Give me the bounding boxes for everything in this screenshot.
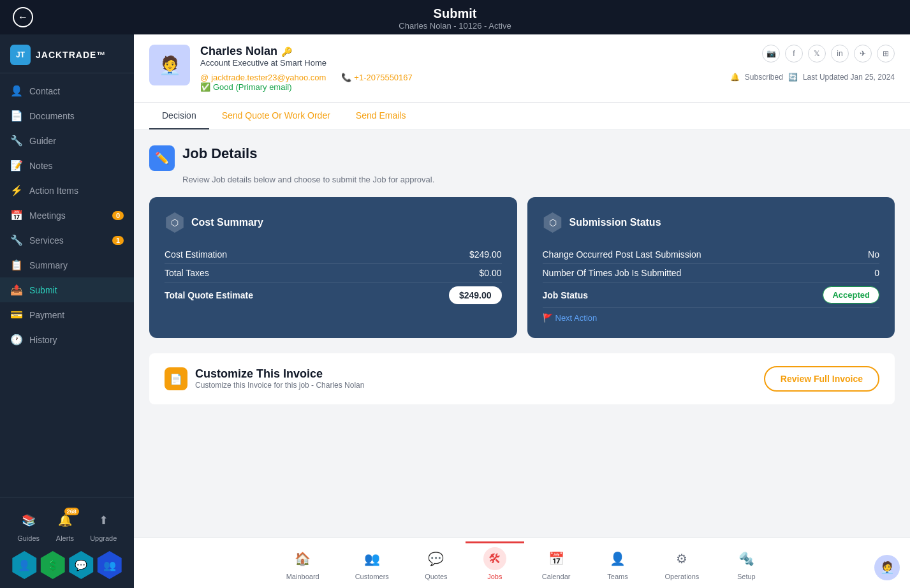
sidebar-label-payment: Payment <box>29 310 64 320</box>
guides-icon: 📚 <box>17 509 40 532</box>
nav-calendar[interactable]: 📅 Calendar <box>524 541 589 584</box>
nav-teams[interactable]: 👤 Teams <box>589 541 647 584</box>
sidebar-item-guider[interactable]: 🔧 Guider <box>0 128 134 153</box>
upgrade-button[interactable]: ⬆ Upgrade <box>90 509 117 542</box>
alerts-badge: 268 <box>64 508 79 515</box>
total-taxes-row: Total Taxes $0.00 <box>165 264 502 283</box>
total-taxes-value: $0.00 <box>479 268 501 278</box>
invoice-section: 📄 Customize This Invoice Customize this … <box>149 353 895 404</box>
meetings-icon: 📅 <box>10 209 23 221</box>
job-details-header: ✏️ Job Details <box>149 145 895 171</box>
guides-button[interactable]: 📚 Guides <box>17 509 40 542</box>
flag-icon: 🚩 <box>543 313 553 323</box>
user-avatar[interactable]: 🧑‍💼 <box>874 555 900 580</box>
contact-icon: 👤 <box>10 85 23 97</box>
job-status-row: Job Status Accepted <box>543 283 880 308</box>
setup-icon: 🔩 <box>735 547 758 570</box>
summary-icon: 📋 <box>10 259 23 271</box>
contact-email[interactable]: @ jacktrade.tester23@yahoo.com <box>200 73 326 82</box>
content-area: 🧑‍💼 Charles Nolan 🔑 Account Executive at… <box>134 34 910 588</box>
nav-customers[interactable]: 👥 Customers <box>337 541 407 584</box>
refresh-icon: 🔄 <box>788 73 798 82</box>
nav-quotes[interactable]: 💬 Quotes <box>407 541 466 584</box>
change-occurred-value: No <box>868 249 879 260</box>
review-invoice-button[interactable]: Review Full Invoice <box>764 366 879 392</box>
nav-mainboard[interactable]: 🏠 Mainboard <box>268 541 337 584</box>
change-occurred-row: Change Occurred Post Last Submission No <box>543 246 880 264</box>
meetings-badge: 0 <box>112 211 124 220</box>
sidebar-item-documents[interactable]: 📄 Documents <box>0 103 134 128</box>
sidebar-item-submit[interactable]: 📤 Submit <box>0 277 134 302</box>
sidebar-item-summary[interactable]: 📋 Summary <box>0 253 134 277</box>
hex-btn-group[interactable]: 👥 <box>96 551 124 579</box>
sidebar-item-contact[interactable]: 👤 Contact <box>0 78 134 103</box>
hex-btn-chat[interactable]: 💬 <box>67 551 95 579</box>
contact-avatar: 🧑‍💼 <box>149 45 190 85</box>
sidebar-item-payment[interactable]: 💳 Payment <box>0 302 134 327</box>
linkedin-icon[interactable]: in <box>831 45 849 62</box>
tab-decision[interactable]: Decision <box>149 103 209 129</box>
contact-info: 🧑‍💼 Charles Nolan 🔑 Account Executive at… <box>149 45 413 92</box>
payment-icon: 💳 <box>10 309 23 321</box>
nav-jobs[interactable]: 🛠 Jobs <box>466 541 524 584</box>
sidebar-label-meetings: Meetings <box>29 210 66 221</box>
logo-icon: JT <box>10 45 31 65</box>
contact-meta-right: 📷 f 𝕏 in ✈ ⊞ 🔔 Subscribed 🔄 Last Updated… <box>730 45 895 82</box>
total-taxes-label: Total Taxes <box>165 268 209 278</box>
hex-btn-person[interactable]: 👤 <box>10 551 38 579</box>
brand-name: JACKTRADE™ <box>36 50 106 60</box>
notes-icon: 📝 <box>10 159 23 172</box>
services-badge: 1 <box>112 236 124 245</box>
cost-summary-icon: ⬡ <box>165 212 185 233</box>
instagram-icon[interactable]: 📷 <box>762 45 780 62</box>
job-details-title: Job Details <box>182 145 257 162</box>
contact-role: Account Executive at Smart Home <box>200 58 413 68</box>
grid-icon[interactable]: ⊞ <box>877 45 895 62</box>
history-icon: 🕐 <box>10 334 23 346</box>
contact-phone[interactable]: 📞 +1-2075550167 <box>341 73 412 82</box>
sidebar-label-contact: Contact <box>29 86 60 96</box>
sidebar-item-action-items[interactable]: ⚡ Action Items <box>0 178 134 203</box>
action-items-icon: ⚡ <box>10 184 23 196</box>
nav-setup[interactable]: 🔩 Setup <box>717 541 775 584</box>
sidebar-label-submit: Submit <box>29 285 57 295</box>
sidebar-label-notes: Notes <box>29 161 53 171</box>
times-submitted-label: Number Of Times Job Is Submitted <box>543 268 682 278</box>
cost-estimation-value: $249.00 <box>469 249 502 260</box>
sidebar-item-notes[interactable]: 📝 Notes <box>0 153 134 178</box>
back-button[interactable]: ← <box>13 7 33 27</box>
facebook-icon[interactable]: f <box>785 45 803 62</box>
twitter-icon[interactable]: 𝕏 <box>808 45 826 62</box>
sidebar-item-services[interactable]: 🔧 Services 1 <box>0 228 134 253</box>
hex-btn-dollar[interactable]: 💲 <box>39 551 67 579</box>
documents-icon: 📄 <box>10 110 23 122</box>
total-quote-value: $249.00 <box>449 286 502 304</box>
jobs-icon: 🛠 <box>483 547 506 570</box>
cards-row: ⬡ Cost Summary Cost Estimation $249.00 T… <box>149 197 895 338</box>
contact-contacts: @ jacktrade.tester23@yahoo.com 📞 +1-2075… <box>200 73 413 82</box>
contact-name: Charles Nolan 🔑 <box>200 45 413 58</box>
next-action-button[interactable]: 🚩 Next Action <box>543 313 880 323</box>
sidebar-nav: 👤 Contact 📄 Documents 🔧 Guider 📝 Notes ⚡ <box>0 73 134 497</box>
cost-summary-header: ⬡ Cost Summary <box>165 212 502 233</box>
sidebar-bottom-icons: 📚 Guides 🔔 268 Alerts ⬆ Upgrade <box>0 504 134 547</box>
job-details-subtitle: Review Job details below and choose to s… <box>182 175 895 184</box>
tab-send-emails[interactable]: Send Emails <box>343 103 419 129</box>
teams-icon: 👤 <box>606 547 629 570</box>
tab-send-quote[interactable]: Send Quote Or Work Order <box>209 103 343 129</box>
invoice-text: Customize This Invoice Customize this In… <box>195 367 364 390</box>
sidebar-item-history[interactable]: 🕐 History <box>0 327 134 352</box>
total-quote-row: Total Quote Estimate $249.00 <box>165 283 502 308</box>
sidebar-label-history: History <box>29 335 57 345</box>
submit-icon: 📤 <box>10 284 23 296</box>
nav-operations[interactable]: ⚙ Operations <box>647 541 717 584</box>
alerts-button[interactable]: 🔔 268 Alerts <box>54 509 77 542</box>
telegram-icon[interactable]: ✈ <box>854 45 872 62</box>
times-submitted-value: 0 <box>874 268 879 278</box>
job-details-icon: ✏️ <box>149 145 175 171</box>
change-occurred-label: Change Occurred Post Last Submission <box>543 249 701 260</box>
mainboard-icon: 🏠 <box>291 547 314 570</box>
tabs: Decision Send Quote Or Work Order Send E… <box>134 103 910 130</box>
sidebar-item-meetings[interactable]: 📅 Meetings 0 <box>0 203 134 228</box>
times-submitted-row: Number Of Times Job Is Submitted 0 <box>543 264 880 283</box>
